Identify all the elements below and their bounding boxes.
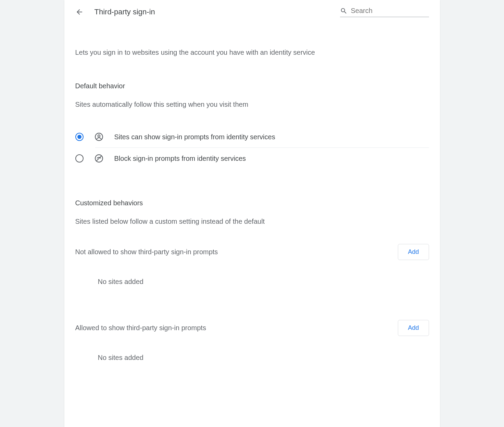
header: Third-party sign-in: [64, 0, 440, 20]
radio-unselected[interactable]: [75, 154, 84, 163]
block-icon: [94, 154, 103, 163]
add-not-allowed-button[interactable]: Add: [398, 244, 429, 260]
page-description: Lets you sign in to websites using the a…: [75, 47, 429, 57]
option-label: Sites can show sign-in prompts from iden…: [114, 133, 275, 141]
radio-selected[interactable]: [75, 133, 84, 141]
allowed-header: Allowed to show third-party sign-in prom…: [75, 320, 429, 336]
allowed-empty: No sites added: [98, 354, 429, 362]
search-field[interactable]: [340, 7, 429, 17]
back-button[interactable]: [75, 8, 84, 16]
not-allowed-label: Not allowed to show third-party sign-in …: [75, 248, 218, 256]
search-input[interactable]: [351, 7, 429, 15]
default-behavior-subtitle: Sites automatically follow this setting …: [75, 100, 429, 109]
not-allowed-header: Not allowed to show third-party sign-in …: [75, 244, 429, 260]
default-behavior-options: Sites can show sign-in prompts from iden…: [75, 126, 429, 169]
arrow-left-icon: [75, 8, 84, 16]
option-label: Block sign-in prompts from identity serv…: [114, 155, 246, 163]
page-title: Third-party sign-in: [94, 8, 329, 16]
customized-behaviors-title: Customized behaviors: [75, 199, 429, 207]
content: Lets you sign in to websites using the a…: [64, 47, 440, 362]
option-block-signin-prompts[interactable]: Block sign-in prompts from identity serv…: [75, 148, 429, 169]
option-allow-signin-prompts[interactable]: Sites can show sign-in prompts from iden…: [75, 126, 429, 147]
person-icon: [94, 132, 103, 141]
not-allowed-empty: No sites added: [98, 278, 429, 286]
svg-point-1: [98, 135, 100, 137]
add-allowed-button[interactable]: Add: [398, 320, 429, 336]
search-icon: [340, 7, 348, 15]
default-behavior-title: Default behavior: [75, 82, 429, 90]
settings-panel: Third-party sign-in Lets you sign in to …: [64, 0, 440, 427]
customized-behaviors-subtitle: Sites listed below follow a custom setti…: [75, 217, 429, 226]
allowed-label: Allowed to show third-party sign-in prom…: [75, 324, 206, 332]
